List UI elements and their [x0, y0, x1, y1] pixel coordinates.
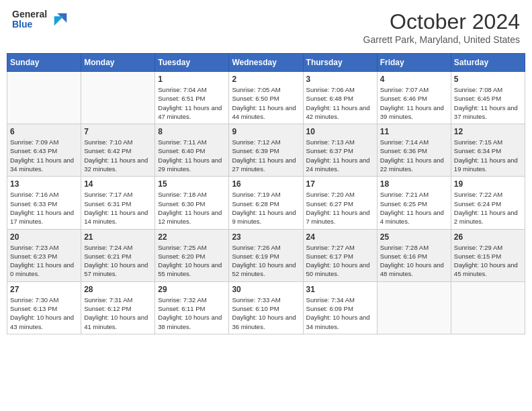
day-number: 26	[454, 232, 522, 242]
calendar-week-row: 27Sunrise: 7:30 AMSunset: 6:13 PMDayligh…	[7, 281, 525, 334]
logo: General Blue	[12, 9, 70, 30]
day-number: 18	[380, 179, 448, 189]
calendar-cell: 18Sunrise: 7:21 AMSunset: 6:25 PMDayligh…	[377, 177, 451, 229]
calendar-cell: 11Sunrise: 7:14 AMSunset: 6:36 PMDayligh…	[377, 124, 451, 177]
calendar-week-row: 6Sunrise: 7:09 AMSunset: 6:43 PMDaylight…	[7, 124, 525, 177]
svg-marker-1	[54, 17, 64, 26]
day-info: Sunrise: 7:32 AMSunset: 6:11 PMDaylight:…	[158, 295, 226, 331]
day-number: 29	[158, 285, 226, 294]
calendar-cell	[81, 72, 155, 124]
title-block: October 2024 Garrett Park, Maryland, Uni…	[363, 9, 520, 45]
day-info: Sunrise: 7:23 AMSunset: 6:23 PMDaylight:…	[10, 243, 78, 279]
day-number: 23	[232, 232, 300, 242]
calendar-cell: 6Sunrise: 7:09 AMSunset: 6:43 PMDaylight…	[7, 124, 81, 177]
day-number: 21	[84, 232, 152, 242]
day-number: 9	[232, 127, 300, 136]
calendar-header-row: SundayMondayTuesdayWednesdayThursdayFrid…	[7, 54, 525, 72]
calendar-cell: 4Sunrise: 7:07 AMSunset: 6:46 PMDaylight…	[377, 72, 451, 124]
col-header-wednesday: Wednesday	[229, 54, 303, 72]
day-info: Sunrise: 7:16 AMSunset: 6:33 PMDaylight:…	[10, 190, 78, 226]
day-info: Sunrise: 7:27 AMSunset: 6:17 PMDaylight:…	[306, 243, 374, 279]
day-info: Sunrise: 7:24 AMSunset: 6:21 PMDaylight:…	[84, 243, 152, 279]
calendar-cell: 19Sunrise: 7:22 AMSunset: 6:24 PMDayligh…	[451, 177, 525, 229]
col-header-thursday: Thursday	[303, 54, 377, 72]
day-info: Sunrise: 7:17 AMSunset: 6:31 PMDaylight:…	[84, 190, 152, 226]
day-number: 13	[10, 179, 78, 189]
day-number: 30	[232, 285, 300, 294]
day-info: Sunrise: 7:21 AMSunset: 6:25 PMDaylight:…	[380, 190, 448, 226]
day-number: 17	[306, 179, 374, 189]
col-header-monday: Monday	[81, 54, 155, 72]
day-info: Sunrise: 7:10 AMSunset: 6:42 PMDaylight:…	[84, 138, 152, 173]
day-info: Sunrise: 7:30 AMSunset: 6:13 PMDaylight:…	[10, 295, 78, 331]
day-number: 6	[10, 127, 78, 136]
calendar-table: SundayMondayTuesdayWednesdayThursdayFrid…	[7, 53, 525, 334]
calendar-cell	[377, 281, 451, 334]
location: Garrett Park, Maryland, United States	[363, 34, 520, 45]
calendar-cell: 5Sunrise: 7:08 AMSunset: 6:45 PMDaylight…	[451, 72, 525, 124]
col-header-saturday: Saturday	[451, 54, 525, 72]
day-info: Sunrise: 7:08 AMSunset: 6:45 PMDaylight:…	[454, 85, 522, 121]
calendar-week-row: 13Sunrise: 7:16 AMSunset: 6:33 PMDayligh…	[7, 177, 525, 229]
day-info: Sunrise: 7:33 AMSunset: 6:10 PMDaylight:…	[232, 295, 300, 331]
day-number: 11	[380, 127, 448, 136]
day-number: 8	[158, 127, 226, 136]
calendar-cell: 15Sunrise: 7:18 AMSunset: 6:30 PMDayligh…	[155, 177, 229, 229]
calendar-cell	[7, 72, 81, 124]
col-header-sunday: Sunday	[7, 54, 81, 72]
day-info: Sunrise: 7:28 AMSunset: 6:16 PMDaylight:…	[380, 243, 448, 279]
calendar-cell: 7Sunrise: 7:10 AMSunset: 6:42 PMDaylight…	[81, 124, 155, 177]
day-number: 31	[306, 285, 374, 294]
calendar-cell: 27Sunrise: 7:30 AMSunset: 6:13 PMDayligh…	[7, 281, 81, 334]
day-number: 20	[10, 232, 78, 242]
day-info: Sunrise: 7:09 AMSunset: 6:43 PMDaylight:…	[10, 138, 78, 173]
day-info: Sunrise: 7:15 AMSunset: 6:34 PMDaylight:…	[454, 138, 522, 173]
calendar-cell: 10Sunrise: 7:13 AMSunset: 6:37 PMDayligh…	[303, 124, 377, 177]
calendar-cell: 25Sunrise: 7:28 AMSunset: 6:16 PMDayligh…	[377, 229, 451, 281]
day-info: Sunrise: 7:34 AMSunset: 6:09 PMDaylight:…	[306, 295, 374, 331]
day-info: Sunrise: 7:05 AMSunset: 6:50 PMDaylight:…	[232, 85, 300, 121]
calendar-cell: 28Sunrise: 7:31 AMSunset: 6:12 PMDayligh…	[81, 281, 155, 334]
day-number: 19	[454, 179, 522, 189]
day-info: Sunrise: 7:29 AMSunset: 6:15 PMDaylight:…	[454, 243, 522, 279]
day-info: Sunrise: 7:31 AMSunset: 6:12 PMDaylight:…	[84, 295, 152, 331]
calendar-week-row: 20Sunrise: 7:23 AMSunset: 6:23 PMDayligh…	[7, 229, 525, 281]
calendar-cell: 14Sunrise: 7:17 AMSunset: 6:31 PMDayligh…	[81, 177, 155, 229]
day-info: Sunrise: 7:04 AMSunset: 6:51 PMDaylight:…	[158, 85, 226, 121]
day-info: Sunrise: 7:19 AMSunset: 6:28 PMDaylight:…	[232, 190, 300, 226]
day-info: Sunrise: 7:06 AMSunset: 6:48 PMDaylight:…	[306, 85, 374, 121]
day-info: Sunrise: 7:18 AMSunset: 6:30 PMDaylight:…	[158, 190, 226, 226]
day-info: Sunrise: 7:07 AMSunset: 6:46 PMDaylight:…	[380, 85, 448, 121]
calendar-cell: 21Sunrise: 7:24 AMSunset: 6:21 PMDayligh…	[81, 229, 155, 281]
calendar-cell: 20Sunrise: 7:23 AMSunset: 6:23 PMDayligh…	[7, 229, 81, 281]
day-number: 7	[84, 127, 152, 136]
page-header: General Blue October 2024 Garrett Park, …	[7, 7, 525, 48]
day-number: 4	[380, 75, 448, 84]
day-info: Sunrise: 7:14 AMSunset: 6:36 PMDaylight:…	[380, 138, 448, 173]
calendar-week-row: 1Sunrise: 7:04 AMSunset: 6:51 PMDaylight…	[7, 72, 525, 124]
day-number: 3	[306, 75, 374, 84]
col-header-friday: Friday	[377, 54, 451, 72]
logo-general-text: General	[12, 9, 47, 19]
calendar-cell: 9Sunrise: 7:12 AMSunset: 6:39 PMDaylight…	[229, 124, 303, 177]
calendar-cell: 2Sunrise: 7:05 AMSunset: 6:50 PMDaylight…	[229, 72, 303, 124]
day-number: 27	[10, 285, 78, 294]
day-number: 14	[84, 179, 152, 189]
logo-icon	[51, 10, 70, 29]
day-info: Sunrise: 7:20 AMSunset: 6:27 PMDaylight:…	[306, 190, 374, 226]
calendar-cell: 30Sunrise: 7:33 AMSunset: 6:10 PMDayligh…	[229, 281, 303, 334]
calendar-cell: 12Sunrise: 7:15 AMSunset: 6:34 PMDayligh…	[451, 124, 525, 177]
day-number: 22	[158, 232, 226, 242]
day-info: Sunrise: 7:26 AMSunset: 6:19 PMDaylight:…	[232, 243, 300, 279]
day-number: 1	[158, 75, 226, 84]
day-number: 28	[84, 285, 152, 294]
logo-blue-text: Blue	[12, 19, 47, 30]
calendar-cell: 16Sunrise: 7:19 AMSunset: 6:28 PMDayligh…	[229, 177, 303, 229]
day-number: 10	[306, 127, 374, 136]
day-info: Sunrise: 7:22 AMSunset: 6:24 PMDaylight:…	[454, 190, 522, 226]
calendar-cell: 26Sunrise: 7:29 AMSunset: 6:15 PMDayligh…	[451, 229, 525, 281]
calendar-cell: 22Sunrise: 7:25 AMSunset: 6:20 PMDayligh…	[155, 229, 229, 281]
day-info: Sunrise: 7:11 AMSunset: 6:40 PMDaylight:…	[158, 138, 226, 173]
day-number: 2	[232, 75, 300, 84]
day-info: Sunrise: 7:25 AMSunset: 6:20 PMDaylight:…	[158, 243, 226, 279]
